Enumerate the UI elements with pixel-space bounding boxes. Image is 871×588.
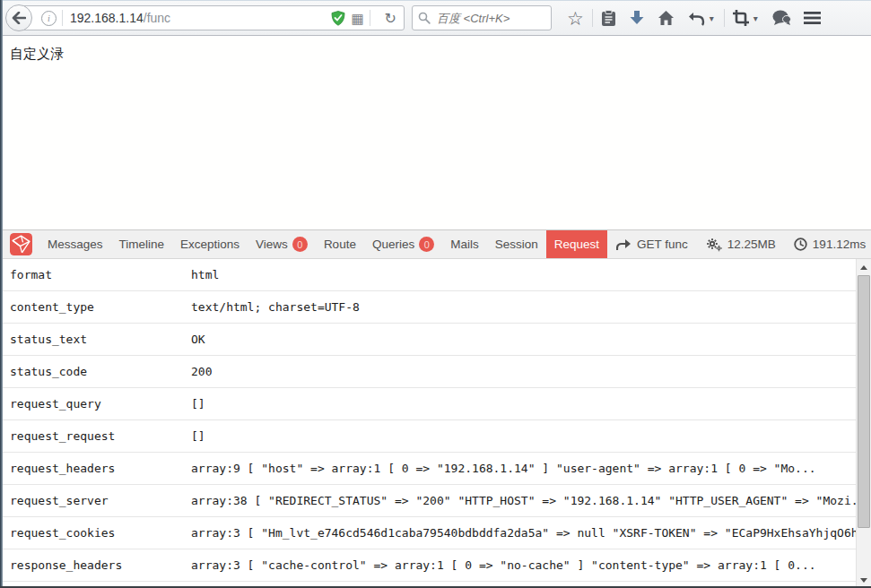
row-key: content_type [3, 291, 191, 323]
url-text[interactable]: 192.168.1.14/func [70, 11, 331, 25]
row-value: array:3 [ "Hm_lvt_e746cd546d1caba79540bd… [191, 517, 871, 549]
scroll-down-arrow[interactable] [857, 574, 871, 586]
chevron-down-icon: ▾ [710, 13, 714, 23]
back-arrow-icon [12, 12, 26, 24]
qr-code-icon[interactable]: ▦ [351, 12, 363, 25]
row-value: text/html; charset=UTF-8 [191, 291, 871, 323]
debugbar-tab-label: Views [256, 238, 288, 251]
debugbar-tab[interactable]: Request [546, 230, 607, 258]
cogs-icon [706, 238, 722, 252]
table-row[interactable]: request_request [] [3, 420, 871, 453]
speech-bubble-icon [772, 10, 791, 26]
row-key: request_headers [3, 453, 191, 484]
row-value: 200 [191, 356, 871, 387]
row-value: array:3 [ "cache-control" => array:1 [ 0… [191, 549, 871, 581]
row-value: html [191, 259, 871, 290]
crop-dropdown-button[interactable]: ▾ [752, 6, 760, 30]
debugbar-tab[interactable]: Queries 0 [364, 230, 442, 258]
debugbar-tab-label: Exceptions [180, 238, 240, 251]
search-input[interactable] [435, 11, 544, 26]
url-bar[interactable]: i 192.168.1.14/func ▦ ↻ [19, 5, 405, 30]
scrollbar-thumb[interactable] [858, 275, 870, 528]
table-row[interactable]: content_type text/html; charset=UTF-8 [3, 291, 871, 324]
table-row[interactable]: request_server array:38 [ "REDIRECT_STAT… [3, 485, 871, 517]
memory-value: 12.25MB [727, 238, 776, 251]
table-row[interactable]: response_headers array:3 [ "cache-contro… [3, 549, 871, 582]
browser-toolbar: i 192.168.1.14/func ▦ ↻ ☆ [0, 0, 871, 36]
row-key: status_code [3, 356, 191, 387]
table-row[interactable]: request_headers array:9 [ "host" => arra… [3, 453, 871, 485]
debugbar-tab-label: Session [495, 238, 538, 251]
redirect-arrow-icon [616, 238, 631, 251]
crop-icon [733, 10, 749, 26]
memory-usage: 12.25MB [697, 230, 785, 258]
row-value: array:38 [ "REDIRECT_STATUS" => "200" "H… [191, 485, 871, 516]
debugbar-tab-label: Queries [372, 238, 414, 251]
debugbar-tab[interactable]: Views 0 [248, 230, 316, 258]
debugbar: Messages Timeline Exceptions Views 0 Rou… [3, 229, 871, 259]
row-value: [] [191, 388, 871, 419]
row-key: response_headers [3, 549, 191, 581]
count-badge: 0 [419, 237, 434, 252]
debugbar-tab[interactable]: Timeline [111, 230, 173, 258]
window-frame-left [0, 0, 3, 588]
url-host: 192.168.1.14 [70, 11, 144, 25]
scroll-up-arrow[interactable] [857, 261, 871, 273]
debugbar-tab[interactable]: Route [316, 230, 364, 258]
shield-icon[interactable] [331, 11, 345, 26]
bookmark-star-button[interactable]: ☆ [567, 6, 584, 30]
row-key: request_request [3, 420, 191, 452]
clipboard-icon [601, 10, 616, 27]
toolbar-separator [592, 9, 593, 27]
clock-icon [794, 238, 807, 251]
row-value: [] [191, 420, 871, 452]
table-row[interactable]: request_cookies array:3 [ "Hm_lvt_e746cd… [3, 517, 871, 549]
toolbar-separator [724, 9, 725, 27]
row-key: format [3, 259, 191, 290]
route-status: GET func [607, 230, 697, 258]
downloads-button[interactable] [629, 6, 645, 30]
debugbar-tab-label: Messages [48, 238, 103, 251]
reload-button[interactable]: ↻ [383, 10, 398, 27]
table-row[interactable]: request_query [] [3, 388, 871, 420]
search-box[interactable] [412, 5, 552, 30]
search-icon [418, 12, 431, 24]
row-key: status_text [3, 324, 191, 355]
request-time: 191.12ms [785, 230, 871, 258]
laravel-logo-icon[interactable] [10, 233, 32, 255]
debugbar-tab-label: Timeline [119, 238, 165, 251]
count-badge: 0 [292, 237, 308, 252]
table-row[interactable]: status_code 200 [3, 356, 871, 388]
debugbar-tab[interactable]: Mails [442, 230, 487, 258]
undo-arrow-icon [687, 11, 705, 26]
undo-button[interactable] [687, 6, 705, 30]
page-content: 自定义渌 [3, 37, 871, 229]
download-arrow-icon [629, 10, 645, 26]
debugbar-tab-label: Route [324, 238, 356, 251]
menu-button[interactable] [804, 6, 821, 30]
request-table: format html content_type text/html; char… [3, 259, 871, 588]
chevron-down-icon: ▾ [753, 13, 758, 23]
row-value: OK [191, 324, 871, 355]
chat-button[interactable] [772, 6, 791, 30]
vertical-scrollbar[interactable] [856, 259, 871, 588]
page-title: 自定义渌 [3, 37, 871, 63]
row-key: request_server [3, 485, 191, 516]
bookmarks-menu-button[interactable] [601, 6, 616, 30]
url-separator [62, 10, 63, 26]
debugbar-tab[interactable]: Exceptions [172, 230, 248, 258]
info-icon[interactable]: i [41, 11, 57, 26]
table-row[interactable]: status_text OK [3, 324, 871, 356]
undo-dropdown-button[interactable]: ▾ [708, 6, 716, 30]
home-button[interactable] [658, 6, 675, 30]
row-key: request_query [3, 388, 191, 419]
back-button[interactable] [5, 4, 32, 31]
debugbar-tab-label: Mails [450, 238, 479, 251]
table-row[interactable]: format html [3, 259, 871, 291]
row-key: request_cookies [3, 517, 191, 549]
star-icon: ☆ [567, 9, 584, 28]
url-separator [370, 10, 370, 26]
debugbar-tab[interactable]: Session [487, 230, 546, 258]
debugbar-tab[interactable]: Messages [39, 230, 111, 258]
screenshot-crop-button[interactable] [733, 6, 749, 30]
